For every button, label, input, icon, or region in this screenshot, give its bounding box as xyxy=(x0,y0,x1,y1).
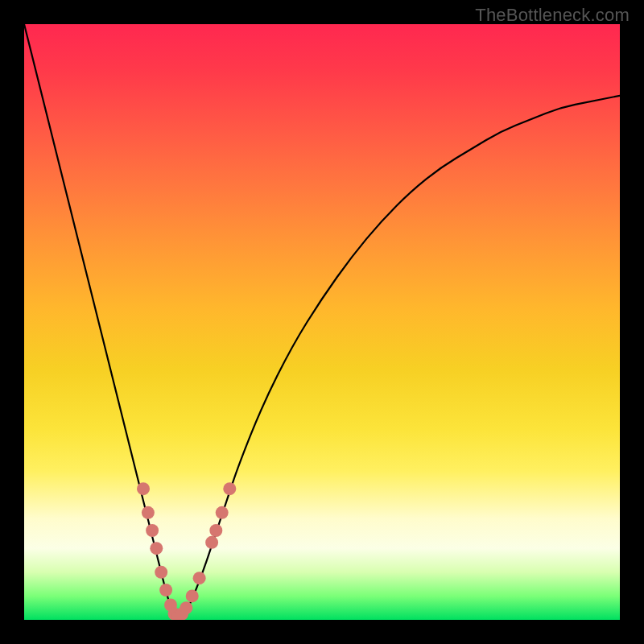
curve-marker xyxy=(216,506,229,519)
curve-marker xyxy=(205,536,218,549)
curve-marker xyxy=(180,601,192,614)
curve-marker xyxy=(150,542,163,555)
outer-frame: TheBottleneck.com xyxy=(0,0,644,644)
curve-marker xyxy=(155,566,167,579)
curve-markers xyxy=(137,482,236,620)
plot-area xyxy=(24,24,620,620)
curve-marker xyxy=(209,524,222,537)
curve-marker xyxy=(142,506,155,519)
attribution-text: TheBottleneck.com xyxy=(475,5,630,26)
curve-marker xyxy=(159,584,172,597)
curve-marker xyxy=(193,572,206,584)
curve-marker xyxy=(223,482,236,495)
curve-marker xyxy=(146,524,159,537)
curve-marker xyxy=(137,482,150,495)
bottleneck-curve xyxy=(24,24,620,618)
chart-svg xyxy=(24,24,620,620)
curve-marker xyxy=(186,589,199,602)
